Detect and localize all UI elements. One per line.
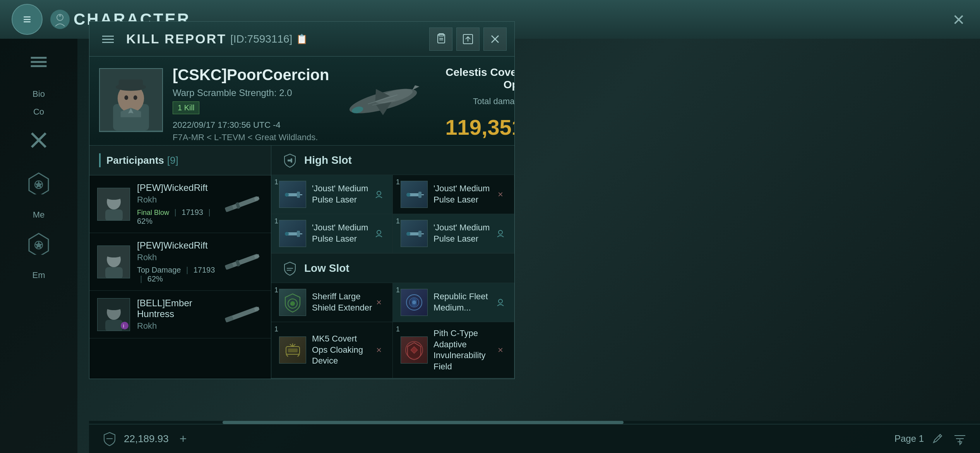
sidebar-item-menu[interactable] [23,46,54,77]
item-action-l1[interactable] [495,297,506,308]
final-blow-tag: Final Blow [137,209,169,216]
player-avatar [99,68,163,132]
bottom-right: Page 1 [894,430,968,448]
copy-id-button[interactable]: 📋 [296,34,308,45]
svg-line-103 [939,436,941,437]
shield-gun-icon [282,153,298,168]
high-slot-item-2[interactable]: 1 'Joust' Medium Pulse Laser [271,214,393,253]
item-qty-h0: 1 [274,178,278,186]
item-action-h0[interactable] [373,189,385,200]
item-action-h2[interactable] [373,228,385,239]
svg-rect-98 [288,348,298,352]
item-name-l2: MK5 Covert Ops Cloaking Device [312,333,373,367]
cloak-icon-svg [282,340,303,361]
item-action-l2[interactable]: × [373,344,385,356]
participant-name-2: [PEW]WickedRift [137,240,217,251]
titlebar-actions [429,27,507,51]
menu-button[interactable]: ≡ [12,4,43,35]
star-hex-icon [27,171,50,194]
item-action-l3[interactable]: × [495,344,506,356]
low-slot-item-3[interactable]: 1 Pith C-Type Adaptive Invulnerability F… [393,322,514,378]
shield-bottom-icon[interactable] [101,430,118,448]
participant-avatar-3: i [97,298,130,331]
participant-avatar-2 [97,245,130,278]
bottom-isk-value: 22,189.93 [124,433,169,445]
weapon-svg-3 [221,306,263,323]
svg-point-87 [499,230,502,234]
participant-info-2: [PEW]WickedRift Rokh Top Damage | 17193 … [137,240,217,283]
participant-item[interactable]: [PEW]WickedRift Rokh Final Blow | 17193 … [89,175,271,233]
high-slot-title: High Slot [304,154,352,166]
high-slot-item-3[interactable]: 1 'Joust' Medium Pulse Laser [393,214,514,253]
item-action-h1[interactable]: × [495,189,506,200]
item-icon-l0: + [279,289,306,316]
item-icon-l3 [401,336,428,364]
svg-point-80 [285,232,289,236]
participant-damage-1: 17193 [182,208,203,216]
filter-button[interactable] [951,430,968,448]
report-copy-button[interactable] [429,27,452,51]
character-logo-icon [53,13,67,26]
participant-damage-2: 17193 [194,266,215,274]
svg-point-62 [121,322,128,329]
weapon-svg-2 [221,253,263,271]
high-slot-item-0[interactable]: 1 'Joust' Medium Pulse Laser [271,175,393,214]
low-slot-item-1[interactable]: 1 Republic Fleet Medium... [393,283,514,322]
svg-rect-45 [225,205,234,212]
participant-ship-1: Rokh [137,195,217,205]
low-slot-item-0[interactable]: 1 + Sheriff Large Shield Extender × [271,283,393,322]
participant-item-3[interactable]: i [BELL]Ember Huntress Rokh [89,291,271,338]
participants-panel: Participants [9] [PEW]WickedRift Rok [89,146,271,379]
svg-rect-13 [102,39,114,40]
titlebar-menu-icon[interactable] [97,28,118,50]
item-action-l0[interactable]: × [373,297,385,308]
svg-rect-1 [31,57,47,59]
high-slot-header: High Slot [271,146,514,175]
export-button[interactable] [456,27,480,51]
hamburger-icon [100,31,116,47]
participant-avatar-svg-3: i [98,299,130,331]
laser-icon-svg [282,184,303,205]
sidebar-item-employment[interactable] [23,228,54,259]
item-name-h0: 'Joust' Medium Pulse Laser [312,183,373,205]
sidebar-item-co[interactable]: Co [33,107,44,117]
scroll-indicator[interactable] [89,421,980,424]
participant-weapon-2 [221,252,263,271]
main-content: Participants [9] [PEW]WickedRift Rok [89,146,514,379]
menu-icon: ≡ [23,11,31,27]
items-panel: High Slot 1 [271,146,514,379]
svg-rect-79 [297,231,300,237]
item-action-h3[interactable] [495,228,506,239]
page-edit-button[interactable] [930,431,945,446]
participant-percent-2: 62% [147,275,163,283]
kill-location: F7A-MR < L-TEVM < Great Wildlands. [173,132,329,142]
close-icon [490,34,500,45]
item-qty-l1: 1 [396,286,400,294]
sidebar-item-skills[interactable] [23,125,54,156]
item-qty-l0: 1 [274,286,278,294]
svg-point-76 [406,193,410,197]
high-slot-item-1[interactable]: 1 'Joust' Medium Pulse Laser × [393,175,514,214]
svg-rect-52 [108,251,119,257]
kill-date: 2022/09/17 17:30:56 UTC -4 [173,120,329,130]
sidebar-item-me[interactable]: Me [33,210,45,220]
warp-scramble-stat: Warp Scramble Strength: 2.0 [173,88,329,98]
sidebar-item-em[interactable]: Em [33,270,45,280]
svg-rect-27 [119,79,143,89]
sidebar-item-bio[interactable]: Bio [33,89,45,99]
close-app-button[interactable]: × [953,8,965,31]
participant-item-2[interactable]: [PEW]WickedRift Rokh Top Damage | 17193 … [89,233,271,291]
add-button[interactable]: + [175,430,192,448]
participants-header: Participants [9] [89,146,271,175]
item-icon-h1 [401,181,428,208]
low-slot-item-2[interactable]: 1 MK5 Covert Ops Cloaking Device × [271,322,393,378]
sidebar-item-medals[interactable] [23,167,54,198]
person-icon-l1 [496,298,505,307]
item-icon-l2 [279,336,306,364]
high-slot-section: High Slot 1 [271,146,514,254]
close-window-button[interactable] [483,27,507,51]
header-accent [99,153,101,167]
kill-badge: 1 Kill [173,101,199,114]
laser-icon-svg-2 [282,223,303,244]
low-slot-icon [281,259,298,277]
